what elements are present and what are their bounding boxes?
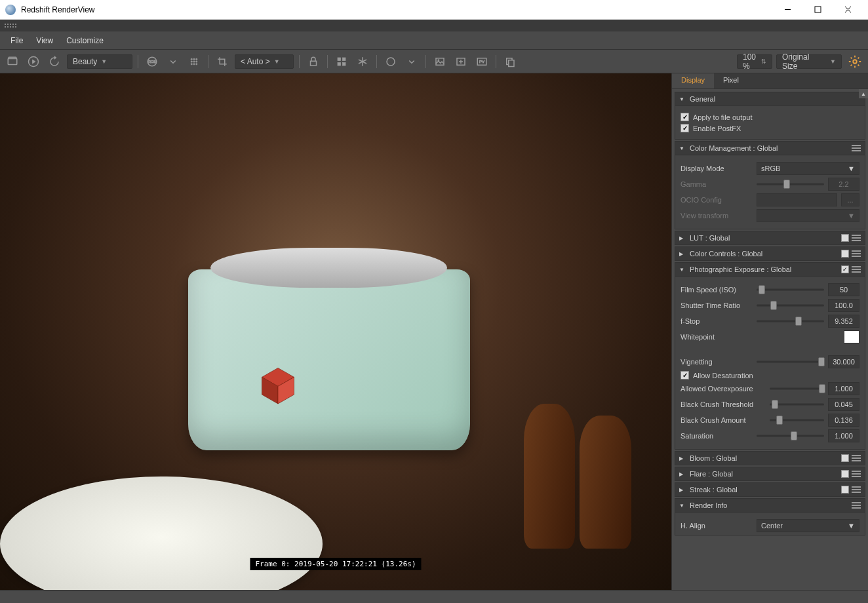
halign-select[interactable]: Center▼ — [757, 519, 859, 532]
window-title: Redshift RenderView — [21, 5, 772, 14]
fstop-label: f-Stop — [681, 317, 753, 325]
flare-menu-icon[interactable] — [852, 471, 861, 477]
vignetting-label: Vignetting — [681, 358, 753, 366]
refresh-button[interactable] — [46, 53, 63, 70]
svg-point-17 — [193, 63, 195, 64]
crop-icon[interactable] — [214, 53, 231, 70]
aov-select[interactable]: Beauty▼ — [67, 54, 132, 69]
section-general-header[interactable]: ▼General — [675, 92, 865, 106]
play-button[interactable] — [25, 53, 42, 70]
iso-value[interactable]: 50 — [828, 283, 859, 296]
copy-icon[interactable] — [502, 53, 519, 70]
saturation-slider[interactable] — [757, 431, 824, 440]
flare-enable-checkbox[interactable] — [841, 470, 849, 478]
tab-pixel[interactable]: Pixel — [714, 73, 748, 88]
chevron-down-icon-2[interactable] — [403, 53, 420, 70]
section-lut-header[interactable]: ▶LUT : Global — [675, 231, 865, 245]
snowflake-icon[interactable] — [354, 53, 371, 70]
shutter-slider[interactable] — [757, 301, 824, 310]
pv-icon[interactable]: PV — [473, 53, 490, 70]
svg-point-27 — [387, 58, 395, 66]
overexposure-value[interactable]: 1.000 — [828, 382, 859, 395]
rgb-button[interactable]: RGB — [144, 53, 161, 70]
section-flare-header[interactable]: ▶Flare : Global — [675, 467, 865, 481]
saturation-value[interactable]: 1.000 — [828, 429, 859, 442]
scroll-up-button[interactable]: ▲ — [859, 89, 868, 98]
colorctrl-enable-checkbox[interactable] — [841, 250, 849, 258]
statusbar — [0, 590, 868, 603]
bca-label: Black Crush Amount — [681, 416, 766, 424]
docking-grip[interactable] — [0, 20, 868, 31]
section-colormgmt-header[interactable]: ▼Color Management : Global — [675, 141, 865, 155]
thumbnails-icon[interactable] — [333, 53, 350, 70]
svg-point-15 — [196, 60, 197, 62]
settings-gear-icon[interactable] — [846, 52, 864, 71]
vignetting-value[interactable]: 30.000 — [828, 355, 859, 368]
bct-slider[interactable] — [770, 400, 824, 409]
svg-text:PV: PV — [479, 60, 484, 64]
lut-menu-icon[interactable] — [852, 235, 861, 241]
svg-rect-28 — [436, 58, 444, 65]
ocio-browse-button: ... — [841, 193, 859, 206]
streak-enable-checkbox[interactable] — [841, 486, 849, 494]
fstop-slider[interactable] — [757, 317, 824, 326]
section-photo-header[interactable]: ▼Photographic Exposure : Global — [675, 262, 865, 277]
minimize-button[interactable] — [772, 0, 802, 20]
svg-point-12 — [196, 58, 197, 60]
bca-slider[interactable] — [770, 416, 824, 425]
tab-display[interactable]: Display — [672, 73, 714, 88]
menu-customize[interactable]: Customize — [60, 33, 110, 48]
apply-to-file-checkbox[interactable] — [681, 113, 689, 121]
frame-info-label: Frame 0: 2019-05-20 17:22:21 (13.26s) — [250, 558, 421, 570]
colormgmt-menu-icon[interactable] — [852, 145, 861, 151]
overexposure-slider[interactable] — [770, 384, 824, 393]
bca-value[interactable]: 0.136 — [828, 414, 859, 427]
fstop-value[interactable]: 9.352 — [828, 315, 859, 328]
menubar: File View Customize — [0, 31, 868, 50]
desaturation-checkbox[interactable] — [681, 371, 689, 379]
render-button[interactable] — [4, 53, 21, 70]
render-viewport[interactable]: Frame 0: 2019-05-20 17:22:21 (13.26s) — [0, 73, 671, 590]
svg-point-14 — [193, 60, 195, 62]
iso-slider[interactable] — [757, 285, 824, 294]
section-renderinfo-header[interactable]: ▼Render Info — [675, 498, 865, 513]
add-snapshot-icon[interactable] — [452, 53, 469, 70]
renderinfo-menu-icon[interactable] — [852, 502, 861, 509]
colorctrl-menu-icon[interactable] — [852, 250, 861, 257]
bloom-menu-icon[interactable] — [852, 455, 861, 461]
bct-value[interactable]: 0.045 — [828, 398, 859, 411]
section-bloom-header[interactable]: ▶Bloom : Global — [675, 451, 865, 465]
shutter-label: Shutter Time Ratio — [681, 302, 753, 309]
photo-menu-icon[interactable] — [852, 266, 861, 273]
shutter-value[interactable]: 100.0 — [828, 299, 859, 312]
photo-enable-checkbox[interactable] — [841, 265, 849, 273]
iso-label: Film Speed (ISO) — [681, 286, 753, 294]
maximize-button[interactable] — [802, 0, 833, 20]
zoom-input[interactable]: 100 %⇅ — [737, 54, 772, 69]
menu-file[interactable]: File — [4, 33, 30, 48]
svg-text:RGB: RGB — [148, 60, 156, 64]
display-mode-select[interactable]: sRGB▼ — [757, 162, 859, 175]
app-icon — [5, 5, 16, 15]
gamma-slider[interactable] — [757, 180, 824, 189]
lock-icon[interactable] — [305, 53, 322, 70]
section-colorctrl-header[interactable]: ▶Color Controls : Global — [675, 246, 865, 261]
section-streak-header[interactable]: ▶Streak : Global — [675, 482, 865, 497]
halign-label: H. Align — [681, 522, 753, 530]
size-select[interactable]: Original Size▼ — [776, 54, 842, 69]
whitepoint-color[interactable] — [844, 330, 859, 343]
lut-enable-checkbox[interactable] — [841, 234, 849, 242]
render-image: Frame 0: 2019-05-20 17:22:21 (13.26s) — [0, 73, 671, 590]
vignetting-slider[interactable] — [757, 357, 824, 366]
streak-menu-icon[interactable] — [852, 486, 861, 493]
chevron-down-icon[interactable] — [165, 53, 182, 70]
image-icon[interactable] — [431, 53, 448, 70]
bloom-enable-checkbox[interactable] — [841, 454, 849, 462]
grid-icon[interactable] — [186, 53, 203, 70]
menu-view[interactable]: View — [30, 33, 60, 48]
close-button[interactable] — [833, 0, 863, 20]
circle-select-icon[interactable] — [382, 53, 399, 70]
gamma-value: 2.2 — [828, 178, 859, 191]
region-select[interactable]: < Auto >▼ — [235, 54, 294, 69]
enable-postfx-checkbox[interactable] — [681, 124, 689, 132]
